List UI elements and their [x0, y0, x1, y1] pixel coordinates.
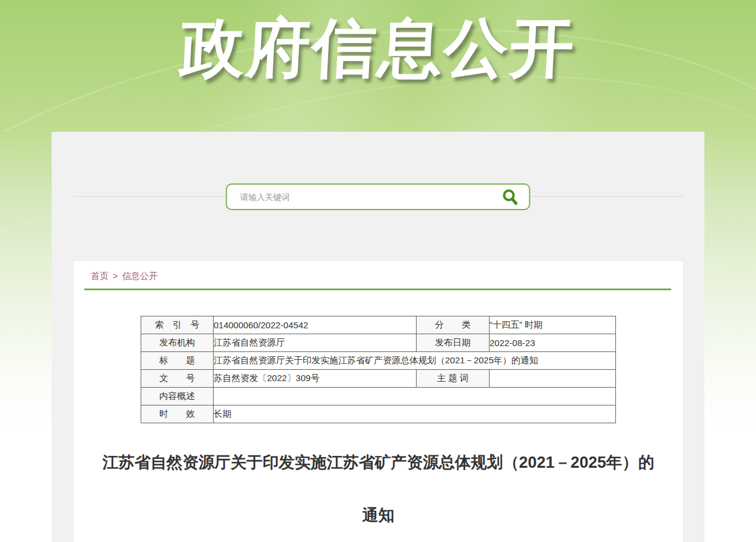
- breadcrumb: 首页>信息公开: [74, 261, 683, 289]
- table-row: 发布机构 江苏省自然资源厅 发布日期 2022-08-23: [141, 334, 616, 352]
- summary-label: 内容概述: [141, 388, 214, 405]
- breadcrumb-current-link[interactable]: 信息公开: [122, 271, 158, 281]
- doc-title-label: 标 题: [141, 352, 214, 370]
- table-row: 标 题 江苏省自然资源厅关于印发实施江苏省矿产资源总体规划（2021－2025年…: [141, 352, 616, 370]
- validity-label: 时 效: [141, 405, 214, 423]
- doc-title-value: 江苏省自然资源厅关于印发实施江苏省矿产资源总体规划（2021－2025年）的通知: [214, 352, 616, 370]
- breadcrumb-home-link[interactable]: 首页: [91, 271, 109, 281]
- table-row: 索 引 号 014000060/2022-04542 分 类 “十四五” 时期: [141, 316, 616, 334]
- doc-number-label: 文 号: [141, 370, 214, 388]
- page-title: 政府信息公开: [0, 0, 756, 95]
- article-title-line1: 江苏省自然资源厅关于印发实施江苏省矿产资源总体规划（2021－2025年）的: [80, 436, 677, 489]
- search-icon: [501, 188, 519, 206]
- doc-number-value: 苏自然资发〔2022〕309号: [214, 370, 417, 388]
- search-button[interactable]: [491, 185, 529, 209]
- keywords-label: 主 题 词: [417, 370, 490, 388]
- category-label: 分 类: [417, 316, 490, 334]
- index-number-label: 索 引 号: [141, 316, 214, 334]
- search-input[interactable]: [227, 185, 491, 209]
- breadcrumb-separator: >: [113, 271, 118, 281]
- article-container: 首页>信息公开 索 引 号 014000060/2022-04542 分 类 “…: [74, 261, 683, 542]
- document-info-table: 索 引 号 014000060/2022-04542 分 类 “十四五” 时期 …: [141, 316, 616, 423]
- content-panel: 首页>信息公开 索 引 号 014000060/2022-04542 分 类 “…: [52, 132, 704, 542]
- publish-date-label: 发布日期: [417, 334, 490, 352]
- category-value: “十四五” 时期: [490, 316, 616, 334]
- article-title-line2: 通知: [80, 489, 677, 542]
- table-row: 时 效 长期: [141, 405, 616, 423]
- article-title: 江苏省自然资源厅关于印发实施江苏省矿产资源总体规划（2021－2025年）的 通…: [80, 436, 677, 542]
- table-row: 文 号 苏自然资发〔2022〕309号 主 题 词: [141, 370, 616, 388]
- summary-value: [214, 388, 616, 405]
- validity-value: 长期: [214, 405, 616, 423]
- table-row: 内容概述: [141, 388, 616, 405]
- index-number-value: 014000060/2022-04542: [214, 316, 417, 334]
- agency-value: 江苏省自然资源厅: [214, 334, 417, 352]
- agency-label: 发布机构: [141, 334, 214, 352]
- green-divider: [84, 289, 671, 290]
- publish-date-value: 2022-08-23: [490, 334, 616, 352]
- banner: 政府信息公开: [0, 0, 756, 132]
- search-box: [226, 183, 531, 210]
- keywords-value: [490, 370, 616, 388]
- page: 政府信息公开 首页>信息公开: [0, 0, 756, 542]
